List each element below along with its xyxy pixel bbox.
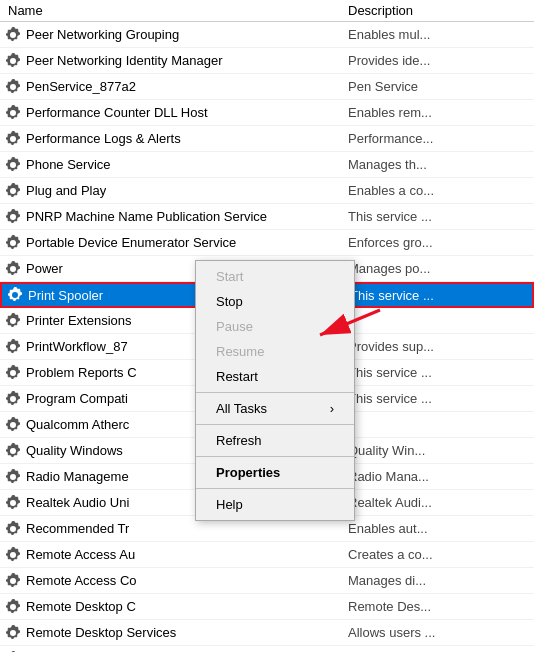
gear-icon (4, 468, 22, 486)
service-name-label: Program Compati (26, 391, 128, 406)
service-name-label: Phone Service (26, 157, 111, 172)
service-name-label: Performance Logs & Alerts (26, 131, 181, 146)
service-name-label: Print Spooler (28, 288, 103, 303)
service-name-cell: Performance Counter DLL Host (0, 104, 340, 122)
menu-item-help[interactable]: Help (196, 492, 354, 517)
service-desc-label: Manages po... (340, 261, 534, 276)
service-name-label: Remote Access Co (26, 573, 137, 588)
menu-separator (196, 488, 354, 489)
gear-icon (4, 156, 22, 174)
gear-icon (4, 520, 22, 538)
gear-icon (4, 416, 22, 434)
gear-icon (4, 130, 22, 148)
table-row[interactable]: PenService_877a2Pen Service (0, 74, 534, 100)
table-row[interactable]: Performance Counter DLL HostEnables rem.… (0, 100, 534, 126)
service-name-cell: Peer Networking Identity Manager (0, 52, 340, 70)
gear-icon (4, 624, 22, 642)
table-row[interactable]: Remote Desktop ServicesAllows users ... (0, 620, 534, 646)
table-row[interactable]: Remote Access CoManages di... (0, 568, 534, 594)
table-row[interactable]: Phone ServiceManages th... (0, 152, 534, 178)
service-desc-label: Enables a co... (340, 183, 534, 198)
menu-item-pause: Pause (196, 314, 354, 339)
service-name-label: Radio Manageme (26, 469, 129, 484)
table-row[interactable]: Peer Networking GroupingEnables mul... (0, 22, 534, 48)
gear-icon (4, 104, 22, 122)
gear-icon (4, 78, 22, 96)
gear-icon (6, 286, 24, 304)
service-name-cell: Remote Desktop Services (0, 624, 340, 642)
service-desc-label: Realtek Audi... (340, 495, 534, 510)
gear-icon (4, 546, 22, 564)
header-desc: Description (340, 3, 534, 18)
table-row[interactable]: Remote Desktop Services UserMode Port Re… (0, 646, 534, 652)
table-row[interactable]: Peer Networking Identity ManagerProvides… (0, 48, 534, 74)
service-desc-label: Performance... (340, 131, 534, 146)
menu-item-properties[interactable]: Properties (196, 460, 354, 485)
menu-item-refresh[interactable]: Refresh (196, 428, 354, 453)
gear-icon (4, 598, 22, 616)
table-row[interactable]: Remote Access AuCreates a co... (0, 542, 534, 568)
service-name-label: Remote Access Au (26, 547, 135, 562)
service-name-label: Plug and Play (26, 183, 106, 198)
gear-icon (4, 182, 22, 200)
service-desc-label: This service ... (340, 209, 534, 224)
service-desc-label: Enables aut... (340, 521, 534, 536)
service-name-label: Problem Reports C (26, 365, 137, 380)
service-name-label: Printer Extensions (26, 313, 132, 328)
service-desc-label: Radio Mana... (340, 469, 534, 484)
service-name-cell: Plug and Play (0, 182, 340, 200)
gear-icon (4, 364, 22, 382)
service-name-label: Performance Counter DLL Host (26, 105, 208, 120)
service-desc-label: Creates a co... (340, 547, 534, 562)
table-header: Name Description (0, 0, 534, 22)
menu-item-start: Start (196, 264, 354, 289)
services-table: Name Description Peer Networking Groupin… (0, 0, 534, 652)
gear-icon (4, 494, 22, 512)
service-desc-label: Enables rem... (340, 105, 534, 120)
menu-item-stop[interactable]: Stop (196, 289, 354, 314)
service-name-label: Remote Desktop C (26, 599, 136, 614)
table-row[interactable]: Plug and PlayEnables a co... (0, 178, 534, 204)
service-name-cell: Phone Service (0, 156, 340, 174)
table-row[interactable]: Remote Desktop CRemote Des... (0, 594, 534, 620)
service-desc-label: Manages di... (340, 573, 534, 588)
service-name-label: Qualcomm Atherc (26, 417, 129, 432)
service-name-label: Peer Networking Identity Manager (26, 53, 223, 68)
gear-icon (4, 26, 22, 44)
service-desc-label: Quality Win... (340, 443, 534, 458)
gear-icon (4, 260, 22, 278)
menu-item-restart[interactable]: Restart (196, 364, 354, 389)
service-desc-label: Provides ide... (340, 53, 534, 68)
service-name-cell: Peer Networking Grouping (0, 26, 340, 44)
service-desc-label: Remote Des... (340, 599, 534, 614)
gear-icon (4, 52, 22, 70)
service-name-label: PNRP Machine Name Publication Service (26, 209, 267, 224)
service-desc-label: Manages th... (340, 157, 534, 172)
gear-icon (4, 312, 22, 330)
service-name-cell: Remote Desktop C (0, 598, 340, 616)
table-row[interactable]: PNRP Machine Name Publication ServiceThi… (0, 204, 534, 230)
service-desc-label: Enforces gro... (340, 235, 534, 250)
service-name-label: Peer Networking Grouping (26, 27, 179, 42)
gear-icon (4, 338, 22, 356)
service-desc-label: This service ... (342, 288, 532, 303)
context-menu: StartStopPauseResumeRestartAll Tasks›Ref… (195, 260, 355, 521)
menu-item-all-tasks[interactable]: All Tasks› (196, 396, 354, 421)
menu-separator (196, 456, 354, 457)
table-row[interactable]: Performance Logs & AlertsPerformance... (0, 126, 534, 152)
service-name-label: Quality Windows (26, 443, 123, 458)
service-desc-label: Enables mul... (340, 27, 534, 42)
gear-icon (4, 234, 22, 252)
service-name-cell: Remote Access Co (0, 572, 340, 590)
service-name-label: Realtek Audio Uni (26, 495, 129, 510)
service-name-label: Remote Desktop Services (26, 625, 176, 640)
service-name-label: Portable Device Enumerator Service (26, 235, 236, 250)
service-name-cell: Remote Access Au (0, 546, 340, 564)
table-row[interactable]: Portable Device Enumerator ServiceEnforc… (0, 230, 534, 256)
service-name-cell: Performance Logs & Alerts (0, 130, 340, 148)
header-name: Name (0, 3, 340, 18)
service-name-cell: PNRP Machine Name Publication Service (0, 208, 340, 226)
service-name-label: Recommended Tr (26, 521, 129, 536)
service-name-cell: Recommended Tr (0, 520, 340, 538)
menu-separator (196, 424, 354, 425)
